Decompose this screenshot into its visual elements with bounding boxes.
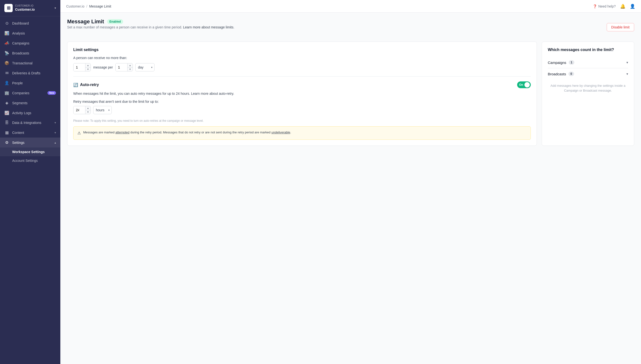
sidebar-item-activity-logs[interactable]: 📈 Activity Logs bbox=[0, 108, 60, 118]
period-value-spinner-down[interactable]: ▼ bbox=[127, 68, 133, 72]
campaigns-row-chevron-icon: ▾ bbox=[626, 60, 628, 64]
sidebar-item-account-settings[interactable]: Account Settings bbox=[0, 156, 60, 165]
sidebar-item-deliveries[interactable]: ✉ Deliveries & Drafts bbox=[0, 68, 60, 78]
per-text: message per bbox=[93, 65, 113, 69]
which-messages-card: Which messages count in the limit? Campa… bbox=[542, 42, 634, 146]
warning-box: ⚠ Messages are marked attempted during t… bbox=[73, 126, 531, 140]
warning-text: Messages are marked attempted during the… bbox=[83, 130, 291, 135]
disable-limit-button[interactable]: Disable limit bbox=[607, 23, 634, 31]
segments-icon: ◈ bbox=[5, 100, 9, 105]
retry-value-spinners: ▲ ▼ bbox=[85, 106, 91, 114]
which-messages-title: Which messages count in the limit? bbox=[548, 48, 628, 52]
account-user-icon[interactable]: 👤 bbox=[630, 4, 635, 9]
page-content: Message Limit Enabled Set a max number o… bbox=[60, 13, 641, 364]
sidebar-item-analysis[interactable]: 📊 Analysis bbox=[0, 28, 60, 38]
period-value-input[interactable] bbox=[116, 64, 127, 71]
messages-spinner-up[interactable]: ▲ bbox=[85, 64, 91, 68]
learn-more-auto-retry-link[interactable]: Learn more about auto-retry bbox=[191, 92, 233, 96]
sidebar-item-workspace-settings[interactable]: Workspace Settings bbox=[0, 148, 60, 156]
retry-label: Retry messages that aren't sent due to t… bbox=[73, 100, 531, 104]
data-integrations-chevron-icon: ▾ bbox=[55, 121, 56, 124]
people-icon: 👤 bbox=[5, 81, 9, 85]
sidebar-item-transactional[interactable]: 📦 Transactional bbox=[0, 58, 60, 68]
campaigns-icon: 📣 bbox=[5, 41, 9, 46]
logo-icon: ⊞ bbox=[5, 4, 13, 12]
transactional-icon: 📦 bbox=[5, 61, 9, 65]
dashboard-icon: ⊙ bbox=[5, 21, 9, 26]
sidebar: ⊞ CUSTOMER.IO Customer.io ▾ ⊙ Dashboard … bbox=[0, 0, 60, 364]
auto-retry-icon: 🔄 bbox=[73, 82, 78, 87]
sidebar-nav: ⊙ Dashboard 📊 Analysis 📣 Campaigns 📡 Bro… bbox=[0, 16, 60, 364]
help-circle-icon: ❓ bbox=[593, 4, 597, 8]
breadcrumb: Customer.io / Message Limit bbox=[66, 4, 111, 8]
campaigns-count-row[interactable]: Campaigns 1 ▾ bbox=[548, 57, 628, 68]
period-value-spinner-up[interactable]: ▲ bbox=[127, 64, 133, 68]
auto-retry-toggle[interactable]: On bbox=[517, 82, 531, 88]
help-button[interactable]: ❓ Need help? bbox=[593, 4, 616, 8]
limit-settings-title: Limit settings bbox=[73, 48, 531, 52]
broadcasts-count-row[interactable]: Broadcasts 0 ▾ bbox=[548, 68, 628, 80]
analysis-icon: 📊 bbox=[5, 31, 9, 36]
sidebar-item-campaigns[interactable]: 📣 Campaigns bbox=[0, 38, 60, 48]
sidebar-item-settings[interactable]: ⚙ Settings ▴ bbox=[0, 138, 60, 148]
broadcasts-count-label: Broadcasts 0 bbox=[548, 72, 574, 76]
content-icon: ▦ bbox=[5, 130, 9, 135]
warning-triangle-icon: ⚠ bbox=[77, 130, 81, 136]
limit-settings-card: Limit settings A person can receive no m… bbox=[67, 42, 537, 146]
page-title-row: Message Limit Enabled bbox=[67, 18, 234, 25]
breadcrumb-root[interactable]: Customer.io bbox=[66, 4, 84, 8]
sidebar-item-dashboard[interactable]: ⊙ Dashboard bbox=[0, 18, 60, 28]
settings-chevron-icon: ▴ bbox=[55, 141, 56, 144]
retry-value-spinner-up[interactable]: ▲ bbox=[85, 106, 91, 110]
sidebar-item-data-integrations[interactable]: 🗄 Data & Integrations ▾ bbox=[0, 118, 60, 128]
auto-retry-header: 🔄 Auto-retry On bbox=[73, 82, 531, 88]
deliveries-icon: ✉ bbox=[5, 71, 9, 75]
period-value-input-wrap: ▲ ▼ bbox=[115, 63, 133, 72]
messages-spinner-down[interactable]: ▼ bbox=[85, 68, 91, 72]
period-value-spinners: ▲ ▼ bbox=[127, 64, 133, 71]
auto-retry-title-row: 🔄 Auto-retry bbox=[73, 82, 99, 87]
retry-value-input-wrap: ▲ ▼ bbox=[73, 106, 91, 114]
logo-text: CUSTOMER.IO Customer.io bbox=[15, 4, 35, 12]
sidebar-item-segments[interactable]: ◈ Segments bbox=[0, 98, 60, 108]
main-content: Customer.io / Message Limit ❓ Need help?… bbox=[60, 0, 641, 364]
companies-icon: 🏢 bbox=[5, 91, 9, 95]
notification-bell-icon[interactable]: 🔔 bbox=[620, 4, 625, 9]
sidebar-item-broadcasts[interactable]: 📡 Broadcasts bbox=[0, 48, 60, 58]
workspace-chevron-icon[interactable]: ▾ bbox=[55, 6, 56, 10]
topbar: Customer.io / Message Limit ❓ Need help?… bbox=[60, 0, 641, 13]
auto-retry-title: Auto-retry bbox=[80, 82, 99, 87]
learn-more-limits-link[interactable]: Learn more about message limits bbox=[183, 25, 233, 29]
period-unit-select-wrap: day hour week month bbox=[135, 63, 154, 72]
limit-row: ▲ ▼ message per ▲ ▼ day bbox=[73, 63, 531, 72]
app-logo[interactable]: ⊞ CUSTOMER.IO Customer.io bbox=[5, 4, 35, 12]
messages-input-wrap: ▲ ▼ bbox=[73, 63, 91, 72]
page-subtitle: Set a max number of messages a person ca… bbox=[67, 25, 234, 30]
sidebar-item-content[interactable]: ▦ Content ▾ bbox=[0, 128, 60, 138]
empty-hint: Add messages here by changing the settin… bbox=[548, 80, 628, 97]
sidebar-header: ⊞ CUSTOMER.IO Customer.io ▾ bbox=[0, 0, 60, 16]
sidebar-item-people[interactable]: 👤 People bbox=[0, 78, 60, 88]
retry-unit-select[interactable]: hours days bbox=[93, 106, 112, 114]
topbar-actions: ❓ Need help? 🔔 👤 bbox=[593, 4, 635, 9]
breadcrumb-separator: / bbox=[86, 4, 87, 8]
content-grid: Limit settings A person can receive no m… bbox=[67, 42, 634, 146]
broadcasts-row-chevron-icon: ▾ bbox=[626, 72, 628, 76]
data-integrations-icon: 🗄 bbox=[5, 120, 9, 125]
campaigns-count-label: Campaigns 1 bbox=[548, 60, 574, 65]
content-chevron-icon: ▾ bbox=[55, 131, 56, 134]
retry-value-spinner-down[interactable]: ▼ bbox=[85, 110, 91, 114]
retry-value-input[interactable] bbox=[74, 106, 85, 114]
broadcasts-icon: 📡 bbox=[5, 51, 9, 56]
period-unit-select[interactable]: day hour week month bbox=[135, 63, 154, 72]
retry-note: Please note: To apply this setting, you … bbox=[73, 119, 531, 122]
retry-unit-select-wrap: hours days bbox=[93, 106, 112, 114]
messages-input[interactable] bbox=[74, 64, 85, 71]
sidebar-item-companies[interactable]: 🏢 Companies New bbox=[0, 88, 60, 98]
messages-spinners: ▲ ▼ bbox=[85, 64, 91, 71]
toggle-slider: On bbox=[517, 82, 531, 88]
toggle-label: On bbox=[519, 83, 523, 86]
divider bbox=[73, 76, 531, 76]
status-badge: Enabled bbox=[107, 19, 123, 24]
activity-logs-icon: 📈 bbox=[5, 110, 9, 115]
